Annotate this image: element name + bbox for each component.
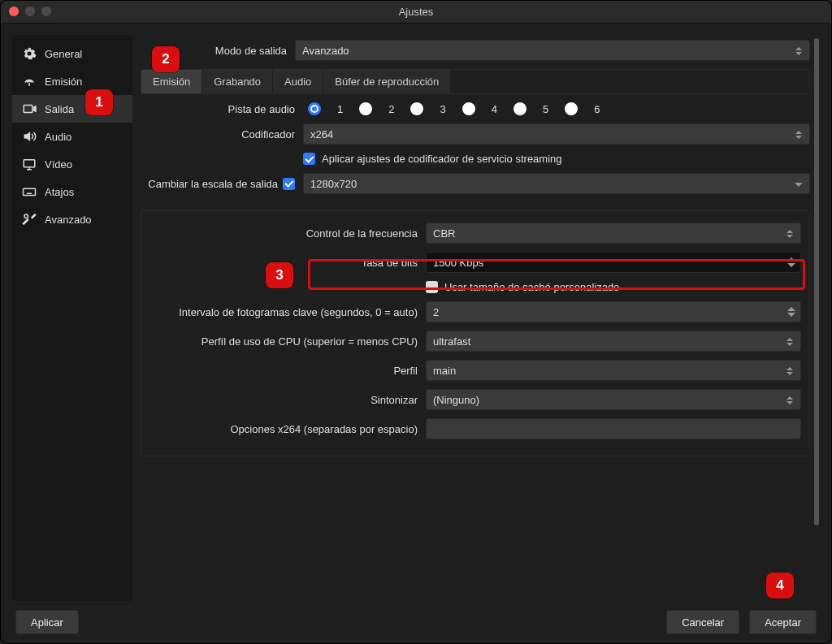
zoom-window-button[interactable] [41,6,51,16]
tune-select[interactable]: (Ninguno) [426,389,801,410]
rescale-output-value: 1280x720 [310,178,357,190]
keyframe-interval-label: Intervalo de fotogramas clave (segundos,… [150,306,426,318]
audio-track-radio-1[interactable] [308,102,321,115]
tab-audio[interactable]: Audio [272,70,323,93]
keyboard-icon [22,184,37,199]
sidebar-item-label: General [45,48,82,60]
tools-icon [22,212,37,227]
audio-track-radio-4[interactable] [462,102,475,115]
audio-track-radio-6[interactable] [565,102,578,115]
keyframe-interval-input[interactable]: 2 [426,301,801,322]
chevron-up-down-icon [784,393,795,408]
enforce-streaming-checkbox[interactable] [303,153,315,165]
sidebar-item-label: Audio [45,131,72,143]
settings-content: Modo de salida Avanzado Emisión Grabando… [141,35,820,601]
audio-track-radio-2[interactable] [359,102,372,115]
chevron-up-down-icon [784,335,795,349]
custom-buffer-checkbox[interactable] [426,281,438,293]
annotation-callout-1: 1 [85,89,113,115]
sidebar-item-video[interactable]: Vídeo [12,150,132,178]
encoder-settings-panel: Control de la frecuencia CBR Tasa de bit… [141,210,810,456]
sidebar-item-label: Atajos [45,186,74,198]
sidebar-item-label: Salida [45,103,74,115]
output-mode-value: Avanzado [302,45,349,57]
rescale-output-checkbox[interactable] [283,178,295,190]
rescale-output-label: Cambiar la escala de salida [148,178,278,190]
scrollbar[interactable] [813,35,820,555]
tab-streaming[interactable]: Emisión [141,70,202,93]
chevron-down-icon [793,177,804,192]
gear-icon [22,46,37,61]
ok-button[interactable]: Aceptar [749,610,817,634]
scrollbar-thumb[interactable] [814,38,819,525]
window-controls [9,6,51,16]
tab-recording[interactable]: Grabando [202,70,272,93]
rescale-output-select[interactable]: 1280x720 [303,173,810,194]
profile-select[interactable]: main [426,360,801,381]
speaker-icon [22,129,37,144]
profile-value: main [433,365,456,377]
rate-control-value: CBR [433,227,455,240]
cpu-preset-label: Perfíl de uso de CPU (superior = menos C… [150,335,426,348]
svg-rect-0 [24,106,32,113]
audio-track-radio-3[interactable] [410,102,423,115]
tune-label: Sintonizar [150,394,426,406]
annotation-callout-2: 2 [152,46,180,72]
encoder-label: Codificador [141,128,303,140]
bitrate-value: 1500 Kbps [433,257,483,269]
chevron-up-down-icon [793,128,804,142]
cpu-preset-select[interactable]: ultrafast [426,331,801,352]
tune-value: (Ninguno) [433,394,479,406]
apply-button[interactable]: Aplicar [15,610,79,634]
annotation-callout-4: 4 [766,573,794,599]
cancel-button[interactable]: Cancelar [666,610,739,634]
stepper-icon[interactable] [786,254,797,270]
titlebar: Ajustes [1,1,831,24]
annotation-callout-3: 3 [266,262,293,288]
x264-options-input[interactable] [426,418,801,439]
close-window-button[interactable] [9,6,19,16]
settings-sidebar: General Emisión Salida Audio [12,35,132,601]
sidebar-item-hotkeys[interactable]: Atajos [12,178,132,205]
audio-track-radio-5[interactable] [514,102,526,115]
output-tabs: Emisión Grabando Audio Búfer de reproduc… [141,69,810,94]
rate-control-select[interactable]: CBR [426,223,801,244]
monitor-icon [22,157,37,171]
sidebar-item-label: Vídeo [45,158,72,171]
sidebar-item-output[interactable]: Salida [12,95,132,123]
sidebar-item-general[interactable]: General [12,40,132,67]
chevron-up-down-icon [784,227,795,241]
audio-track-group: 1 2 3 4 5 6 [303,102,600,115]
window-title: Ajustes [399,6,434,18]
stepper-icon[interactable] [786,304,797,320]
keyframe-interval-value: 2 [433,306,439,318]
chevron-up-down-icon [793,44,804,58]
chevron-up-down-icon [784,364,795,378]
svg-rect-1 [24,160,35,167]
dialog-footer: Aplicar Cancelar Aceptar [1,601,831,643]
encoder-value: x264 [310,128,333,140]
output-mode-select[interactable]: Avanzado [295,40,810,61]
tab-replay-buffer[interactable]: Búfer de reproducción [323,70,450,93]
svg-point-3 [24,214,28,218]
cpu-preset-value: ultrafast [433,335,470,348]
svg-rect-2 [24,188,36,195]
rate-control-label: Control de la frecuencia [150,227,426,240]
enforce-streaming-label: Aplicar ajustes de codificador de servic… [322,153,562,165]
sidebar-item-label: Avanzado [45,214,92,226]
custom-buffer-label: Usar tamaño de caché personalizado [444,281,619,293]
audio-track-label: Pista de audio [141,103,303,115]
settings-window: Ajustes General Emisión Salida [0,0,832,644]
encoder-select[interactable]: x264 [303,123,810,145]
sidebar-item-advanced[interactable]: Avanzado [12,205,132,233]
x264-options-label: Opciones x264 (separadas por espacio) [150,423,426,435]
bitrate-input[interactable]: 1500 Kbps [426,252,801,273]
minimize-window-button[interactable] [25,6,35,16]
profile-label: Perfil [150,365,426,377]
output-icon [22,102,37,116]
sidebar-item-label: Emisión [45,76,82,88]
sidebar-item-stream[interactable]: Emisión [12,67,132,95]
antenna-icon [22,74,37,89]
sidebar-item-audio[interactable]: Audio [12,123,132,150]
